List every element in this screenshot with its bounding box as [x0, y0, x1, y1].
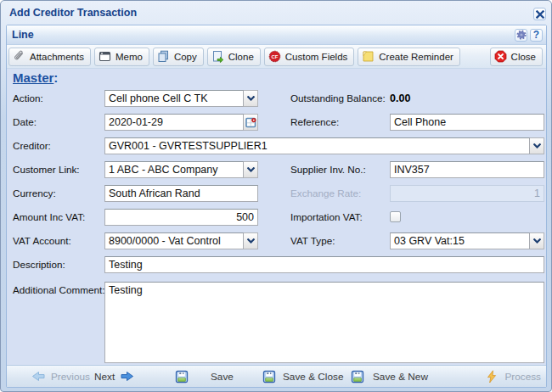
- additional-comment-label: Additional Comment:: [13, 282, 105, 299]
- chevron-down-icon: [247, 238, 255, 244]
- vat-type-label: VAT Type:: [290, 232, 335, 249]
- panel-header-tools: ?: [515, 29, 543, 42]
- save-close-label: Save & Close: [283, 371, 343, 383]
- date-label: Date:: [13, 114, 37, 131]
- save-new-button[interactable]: Save & New: [351, 366, 428, 387]
- supplier-inv-no-input[interactable]: [390, 161, 544, 178]
- process-button[interactable]: Process: [486, 366, 541, 387]
- top-toolbar: Attachments Memo Copy: [7, 45, 546, 69]
- chevron-down-icon: [247, 167, 255, 172]
- previous-button[interactable]: Previous: [31, 366, 90, 387]
- additional-comment-field[interactable]: [104, 282, 544, 363]
- close-octagon-icon: [494, 50, 507, 63]
- reference-label: Reference:: [290, 114, 339, 131]
- copy-label: Copy: [174, 52, 197, 62]
- add-creditor-transaction-window: Add Creditor Transaction Line ?: [0, 0, 552, 392]
- create-reminder-label: Create Reminder: [379, 52, 453, 62]
- vat-account-dropdown-trigger[interactable]: [244, 232, 258, 249]
- vat-account-input[interactable]: [104, 232, 244, 249]
- exchange-rate-input: [390, 185, 544, 202]
- window-title: Add Creditor Transaction: [9, 7, 137, 19]
- custom-fields-button[interactable]: CF Custom Fields: [264, 48, 355, 66]
- amount-inc-vat-field[interactable]: [104, 209, 258, 226]
- description-label: Description:: [13, 256, 65, 273]
- arrow-left-icon: [31, 370, 46, 383]
- next-button[interactable]: Next: [94, 366, 134, 387]
- outstanding-balance-label: Outstanding Balance:: [290, 90, 386, 107]
- attachments-button[interactable]: Attachments: [8, 48, 91, 66]
- exchange-rate-field: [390, 185, 544, 202]
- save-new-disk-icon: [351, 370, 364, 384]
- vat-account-combobox[interactable]: [104, 232, 258, 249]
- calendar-icon: [245, 117, 256, 128]
- window-close-button[interactable]: [533, 8, 546, 20]
- arrow-right-icon: [120, 370, 134, 383]
- save-close-disk-icon: [262, 370, 276, 384]
- vat-account-label: VAT Account:: [13, 232, 71, 249]
- action-input[interactable]: [104, 90, 244, 107]
- reference-field[interactable]: [390, 114, 544, 131]
- create-reminder-button[interactable]: Create Reminder: [358, 48, 460, 66]
- memo-button[interactable]: Memo: [94, 48, 149, 66]
- description-input[interactable]: [104, 256, 544, 273]
- additional-comment-textarea[interactable]: [104, 282, 544, 363]
- lightning-icon: [486, 370, 498, 384]
- action-dropdown-trigger[interactable]: [244, 90, 258, 107]
- close-x-icon: [536, 10, 544, 19]
- gear-button[interactable]: [515, 29, 527, 42]
- help-button[interactable]: ?: [530, 29, 543, 42]
- save-label: Save: [211, 371, 234, 383]
- currency-label: Currency:: [13, 185, 56, 202]
- bottom-toolbar: Previous Next Save: [7, 365, 546, 387]
- outstanding-balance-value: 0.00: [390, 90, 410, 107]
- chevron-down-icon: [247, 96, 255, 101]
- date-input[interactable]: [104, 114, 244, 131]
- save-close-button[interactable]: Save & Close: [262, 366, 343, 387]
- vat-type-input[interactable]: [390, 232, 530, 249]
- vat-type-dropdown-trigger[interactable]: [530, 232, 544, 249]
- creditor-dropdown-trigger[interactable]: [530, 137, 544, 154]
- amount-inc-vat-input[interactable]: [104, 209, 258, 226]
- custom-fields-label: Custom Fields: [285, 52, 348, 62]
- chevron-down-icon: [533, 143, 541, 148]
- svg-text:CF: CF: [271, 54, 278, 59]
- vat-type-combobox[interactable]: [390, 232, 544, 249]
- master-link[interactable]: Master: [13, 70, 54, 85]
- supplier-inv-no-field[interactable]: [390, 161, 544, 178]
- line-panel: Line ? Attachments: [6, 25, 547, 388]
- custom-fields-icon: CF: [268, 50, 281, 63]
- currency-input[interactable]: [104, 185, 258, 202]
- clone-button[interactable]: Clone: [207, 48, 261, 66]
- clone-label: Clone: [228, 52, 254, 62]
- reference-input[interactable]: [390, 114, 544, 131]
- memo-icon: [99, 50, 111, 63]
- description-field[interactable]: [104, 256, 544, 273]
- reminder-note-icon: [362, 50, 375, 63]
- date-field[interactable]: [104, 114, 258, 131]
- chevron-down-icon: [533, 238, 541, 244]
- memo-label: Memo: [115, 52, 143, 62]
- creditor-input[interactable]: [104, 137, 530, 154]
- customer-link-combobox[interactable]: [104, 161, 258, 178]
- action-label: Action:: [13, 90, 43, 107]
- action-combobox[interactable]: [104, 90, 258, 107]
- previous-label: Previous: [51, 371, 90, 383]
- date-picker-trigger[interactable]: [244, 114, 258, 131]
- exchange-rate-label: Exchange Rate:: [290, 185, 361, 202]
- line-panel-header: Line ?: [7, 25, 546, 45]
- customer-link-dropdown-trigger[interactable]: [244, 161, 258, 178]
- save-button[interactable]: Save: [175, 366, 234, 387]
- customer-link-input[interactable]: [104, 161, 244, 178]
- importation-vat-checkbox[interactable]: [390, 211, 401, 222]
- next-label: Next: [94, 371, 115, 383]
- supplier-inv-no-label: Supplier Inv. No.:: [290, 161, 366, 178]
- master-heading: Master:: [13, 70, 58, 85]
- form-area: Master: Action: Outstanding Balance: 0.0…: [7, 69, 546, 365]
- clone-icon: [211, 50, 224, 63]
- creditor-combobox[interactable]: [104, 137, 544, 154]
- currency-field[interactable]: [104, 185, 258, 202]
- title-bar: Add Creditor Transaction: [3, 3, 549, 23]
- close-button[interactable]: Close: [490, 48, 543, 66]
- copy-button[interactable]: Copy: [153, 48, 204, 66]
- gear-icon: [516, 30, 527, 40]
